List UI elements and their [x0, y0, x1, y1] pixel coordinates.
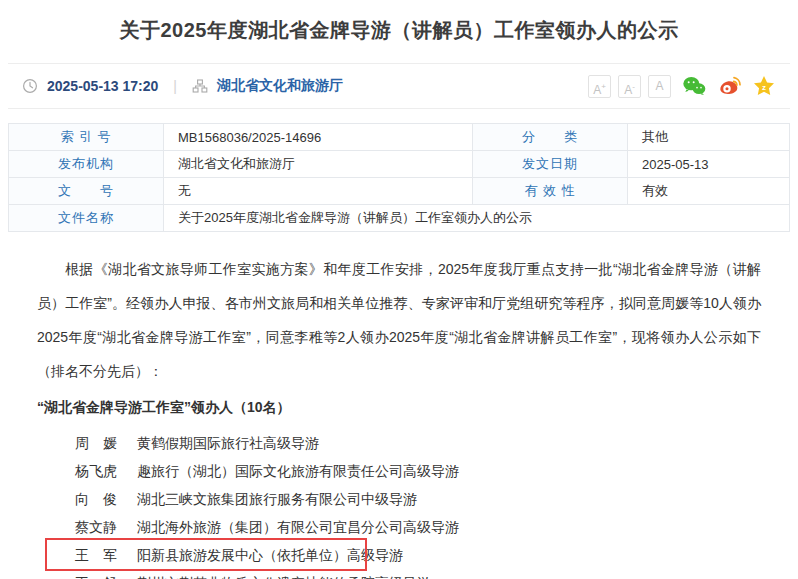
announcement-page: 关于2025年度湖北省金牌导游（讲解员）工作室领办人的公示 2025-05-13… — [0, 0, 798, 579]
meta-toolbar: A+ A- A — [588, 74, 776, 98]
font-reset-button[interactable]: A — [648, 75, 671, 98]
leader-org: 湖北海外旅游（集团）有限公司宜昌分公司高级导游 — [137, 513, 459, 541]
font-decrease-button[interactable]: A- — [618, 75, 641, 98]
list-item: 杨飞虎 趣旅行（湖北）国际文化旅游有限责任公司高级导游 — [37, 457, 761, 485]
svg-text:z: z — [762, 83, 766, 92]
leader-name: 周 媛 — [75, 429, 122, 457]
list-item: 向 俊 湖北三峡文旅集团旅行服务有限公司中级导游 — [37, 485, 761, 513]
info-value-issue-date: 2025-05-13 — [628, 151, 790, 178]
table-row: 发布机构 湖北省文化和旅游厅 发文日期 2025-05-13 — [9, 151, 790, 178]
list-item-highlighted: 王 军 阳新县旅游发展中心（依托单位）高级导游 — [37, 541, 761, 569]
leader-org: 阳新县旅游发展中心（依托单位）高级导游 — [137, 541, 403, 569]
qzone-star-icon[interactable]: z — [752, 74, 776, 98]
leader-name: 王 军 — [75, 541, 122, 569]
weibo-share-icon[interactable] — [717, 74, 741, 98]
publish-datetime: 2025-05-13 17:20 — [47, 78, 158, 94]
list-item: 周 媛 黄鹤假期国际旅行社高级导游 — [37, 429, 761, 457]
info-value-agency: 湖北省文化和旅游厅 — [164, 151, 473, 178]
organization-icon — [192, 78, 208, 94]
leader-name: 蔡文静 — [75, 513, 122, 541]
clock-icon — [22, 78, 38, 94]
font-increase-button[interactable]: A+ — [588, 75, 611, 98]
leader-name: 王 舒 — [75, 569, 122, 579]
info-value-file-name: 关于2025年度湖北省金牌导游（讲解员）工作室领办人的公示 — [164, 205, 790, 232]
info-label-agency: 发布机构 — [9, 151, 164, 178]
leader-org: 趣旅行（湖北）国际文化旅游有限责任公司高级导游 — [137, 457, 459, 485]
list-item: 王 舒 荆州市荆楚非物质文化遗产技能传承院高级导游 — [37, 569, 761, 579]
leader-name: 杨飞虎 — [75, 457, 122, 485]
leader-org: 湖北三峡文旅集团旅行服务有限公司中级导游 — [137, 485, 417, 513]
separator: | — [167, 78, 183, 94]
info-label-doc-number: 文 号 — [9, 178, 164, 205]
wechat-share-icon[interactable] — [682, 74, 706, 98]
table-row: 文 号 无 有 效 性 有效 — [9, 178, 790, 205]
meta-bar: 2025-05-13 17:20 | 湖北省文化和旅游厅 A+ A- A — [8, 63, 790, 109]
article-body: 根据《湖北省文旅导师工作室实施方案》和年度工作安排，2025年度我厅重点支持一批… — [37, 252, 761, 579]
leader-org: 荆州市荆楚非物质文化遗产技能传承院高级导游 — [137, 569, 431, 579]
announcement-paragraph: 根据《湖北省文旅导师工作室实施方案》和年度工作安排，2025年度我厅重点支持一批… — [37, 252, 761, 388]
document-info-table: 索 引 号 MB1568036/2025-14696 分 类 其他 发布机构 湖… — [8, 123, 790, 232]
info-value-doc-number: 无 — [164, 178, 473, 205]
info-label-issue-date: 发文日期 — [473, 151, 628, 178]
page-title: 关于2025年度湖北省金牌导游（讲解员）工作室领办人的公示 — [40, 17, 758, 44]
info-value-index: MB1568036/2025-14696 — [164, 124, 473, 151]
leader-org: 黄鹤假期国际旅行社高级导游 — [137, 429, 319, 457]
source-link[interactable]: 湖北省文化和旅游厅 — [217, 77, 343, 95]
section-heading: “湖北省金牌导游工作室”领办人（10名） — [37, 390, 761, 424]
page-header: 关于2025年度湖北省金牌导游（讲解员）工作室领办人的公示 — [0, 0, 798, 63]
leader-name: 向 俊 — [75, 485, 122, 513]
info-label-file-name: 文件名称 — [9, 205, 164, 232]
info-value-validity: 有效 — [628, 178, 790, 205]
list-item: 蔡文静 湖北海外旅游（集团）有限公司宜昌分公司高级导游 — [37, 513, 761, 541]
meta-left: 2025-05-13 17:20 | 湖北省文化和旅游厅 — [22, 77, 343, 95]
info-label-index: 索 引 号 — [9, 124, 164, 151]
info-value-category: 其他 — [628, 124, 790, 151]
info-label-validity: 有 效 性 — [473, 178, 628, 205]
info-label-category: 分 类 — [473, 124, 628, 151]
table-row: 文件名称 关于2025年度湖北省金牌导游（讲解员）工作室领办人的公示 — [9, 205, 790, 232]
table-row: 索 引 号 MB1568036/2025-14696 分 类 其他 — [9, 124, 790, 151]
leader-list: 周 媛 黄鹤假期国际旅行社高级导游 杨飞虎 趣旅行（湖北）国际文化旅游有限责任公… — [37, 429, 761, 579]
